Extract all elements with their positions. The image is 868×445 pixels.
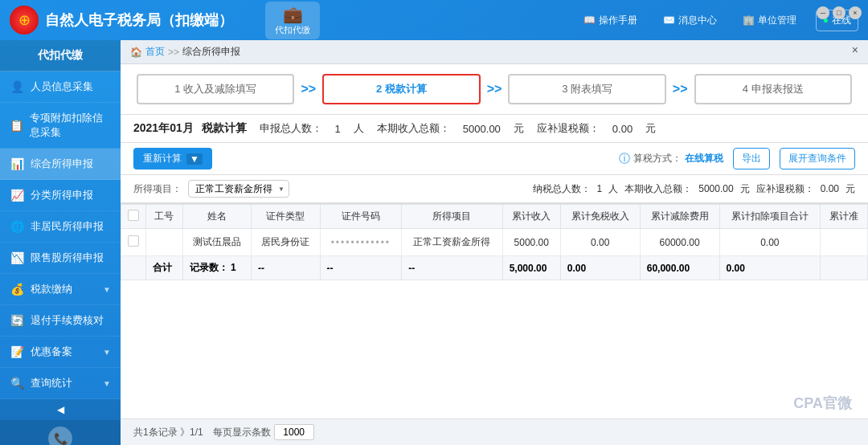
- select-all-checkbox[interactable]: [128, 210, 139, 221]
- th-income-type: 所得项目: [402, 205, 503, 229]
- th-project-total: 累计扣除项目合计: [719, 205, 821, 229]
- recalc-label: 重新计算: [143, 152, 182, 165]
- breadcrumb-home[interactable]: 首页: [145, 45, 165, 59]
- footer-cumulative-income: 5,000.00: [502, 256, 560, 280]
- step-2[interactable]: 2 税款计算: [322, 74, 480, 104]
- main-layout: 代扣代缴 👤 人员信息采集 📋 专项附加扣除信息采集 📊 综合所得申报 📈 分类…: [0, 40, 868, 445]
- arrow-icon: ▼: [103, 285, 111, 294]
- data-table: 工号 姓名 证件类型 证件号码 所得项目 累计收入 累计免税收入 累计减除费用 …: [121, 204, 868, 280]
- cell-income-type: 正常工资薪金所得: [402, 229, 503, 256]
- breadcrumb-sep: >>: [168, 47, 179, 58]
- sidebar-item-query[interactable]: 🔍 查询统计 ▼: [0, 368, 121, 399]
- footer-label: 合计: [146, 256, 183, 280]
- personnel-icon: 👤: [10, 80, 24, 94]
- message-icon: ✉️: [663, 14, 675, 26]
- th-employee-id: 工号: [146, 205, 183, 229]
- row-checkbox-cell[interactable]: [121, 229, 146, 256]
- period-income-unit: 元: [740, 182, 750, 196]
- sidebar-item-special-deduction[interactable]: 📋 专项附加扣除信息采集: [0, 103, 121, 149]
- tax-method-value: 在线算税: [685, 152, 723, 165]
- sidebar-item-nonresident[interactable]: 🌐 非居民所得申报: [0, 211, 121, 243]
- export-button[interactable]: 导出: [733, 148, 770, 169]
- comprehensive-icon: 📊: [10, 157, 24, 171]
- sidebar-item-personnel[interactable]: 👤 人员信息采集: [0, 71, 121, 103]
- refund-unit: 元: [645, 121, 656, 136]
- wallet-icon: 💼: [283, 5, 303, 24]
- period-income-label: 本期收入总额：: [624, 182, 692, 196]
- hotline-icon: 📞: [48, 427, 72, 445]
- per-page-input[interactable]: [274, 424, 314, 440]
- sidebar-item-restricted-stock[interactable]: 📉 限售股所得申报: [0, 243, 121, 274]
- message-btn[interactable]: ✉️ 消息中心: [657, 10, 723, 31]
- sidebar: 代扣代缴 👤 人员信息采集 📋 专项附加扣除信息采集 📊 综合所得申报 📈 分类…: [0, 40, 121, 445]
- th-id-number: 证件号码: [320, 205, 402, 229]
- recalc-button[interactable]: 重新计算 ▼: [133, 148, 212, 169]
- footer-project-total: 0.00: [719, 256, 821, 280]
- th-cumulative-standard: 累计准: [821, 205, 868, 229]
- table-footer-row: 合计 记录数： 1 -- -- -- 5,000.00 0.00 60,000.…: [121, 256, 868, 280]
- cell-cumulative-standard: [821, 229, 868, 256]
- sidebar-item-comprehensive[interactable]: 📊 综合所得申报: [0, 149, 121, 180]
- table-header-row: 工号 姓名 证件类型 证件号码 所得项目 累计收入 累计免税收入 累计减除费用 …: [121, 205, 868, 229]
- cell-cumulative-income: 5000.00: [502, 229, 560, 256]
- report-count-value: 1: [335, 123, 341, 135]
- sidebar-item-refund[interactable]: 🔄 退付手续费核对: [0, 305, 121, 337]
- tax-payment-icon: 💰: [10, 282, 24, 296]
- footer-tax-exempt: 0.00: [560, 256, 640, 280]
- cell-id-number: ••••••••••••: [320, 229, 402, 256]
- minimize-button[interactable]: ─: [817, 6, 829, 19]
- income-type-select[interactable]: 正常工资薪金所得: [188, 180, 289, 198]
- pagination-info: 共1条记录 》1/1: [133, 426, 203, 439]
- cell-name: 测试伍晨品: [182, 229, 252, 256]
- manual-btn[interactable]: 📖 操作手册: [577, 10, 644, 31]
- refund-value: 0.00: [612, 123, 633, 135]
- tax-method-label: 算税方式：: [633, 152, 682, 165]
- sidebar-collapse-btn[interactable]: ◀: [0, 399, 121, 420]
- footer-record: 记录数： 1: [182, 256, 252, 280]
- manual-icon: 📖: [583, 14, 596, 26]
- sidebar-item-preferential[interactable]: 📝 优惠备案 ▼: [0, 337, 121, 368]
- income-value: 5000.00: [463, 123, 501, 135]
- cell-tax-exempt: 0.00: [560, 229, 640, 256]
- nonresident-icon: 🌐: [10, 219, 24, 234]
- sidebar-item-label: 人员信息采集: [31, 80, 93, 94]
- sidebar-item-label: 限售股所得申报: [31, 251, 104, 265]
- footer-col3: --: [252, 256, 321, 280]
- close-button[interactable]: ×: [849, 6, 862, 19]
- data-table-container: 工号 姓名 证件类型 证件号码 所得项目 累计收入 累计免税收入 累计减除费用 …: [121, 203, 868, 418]
- th-id-type: 证件类型: [252, 205, 321, 229]
- tax-method: ⓘ 算税方式： 在线算税: [619, 152, 723, 166]
- sidebar-item-tax-payment[interactable]: 💰 税款缴纳 ▼: [0, 274, 121, 305]
- step-1[interactable]: 1 收入及减除填写: [137, 74, 294, 104]
- sidebar-item-classified[interactable]: 📈 分类所得申报: [0, 180, 121, 211]
- cell-deduction: 60000.00: [640, 229, 719, 256]
- sidebar-item-label: 专项附加扣除信息采集: [30, 111, 111, 140]
- logo-area: ⊕ 自然人电子税务局（扣缴端）: [10, 6, 233, 35]
- period-income-value: 5000.00: [698, 183, 733, 194]
- step-arrow-1: >>: [294, 82, 322, 96]
- sidebar-footer: 📞 纳税服务热线 12366: [0, 420, 121, 445]
- sidebar-item-label: 优惠备案: [31, 345, 72, 359]
- th-name: 姓名: [182, 205, 252, 229]
- income-label: 本期收入总额：: [377, 121, 450, 136]
- expand-query-button[interactable]: 展开查询条件: [780, 148, 855, 169]
- step-4[interactable]: 4 申报表报送: [694, 74, 852, 104]
- income-type-select-wrapper[interactable]: 正常工资薪金所得: [188, 180, 289, 198]
- th-checkbox[interactable]: [121, 205, 146, 229]
- row-checkbox[interactable]: [128, 235, 139, 247]
- page-controls: ×: [852, 43, 858, 56]
- preferential-icon: 📝: [10, 345, 24, 359]
- dropdown-arrow-icon: ▼: [186, 153, 203, 165]
- step-3[interactable]: 3 附表填写: [508, 74, 665, 104]
- footer-empty: [121, 256, 146, 280]
- dakou-icon-btn[interactable]: 💼 代扣代缴: [265, 2, 320, 39]
- unit-btn[interactable]: 🏢 单位管理: [736, 10, 803, 31]
- deduction-icon: 📋: [10, 118, 23, 133]
- maximize-button[interactable]: □: [833, 6, 845, 19]
- footer-standard: [821, 256, 868, 280]
- breadcrumb: 🏠 首页 >> 综合所得申报 ×: [121, 40, 868, 64]
- report-count-unit: 人: [354, 121, 364, 136]
- page-close-icon[interactable]: ×: [852, 43, 858, 56]
- unit-icon: 🏢: [743, 14, 755, 26]
- sidebar-header: 代扣代缴: [0, 40, 121, 71]
